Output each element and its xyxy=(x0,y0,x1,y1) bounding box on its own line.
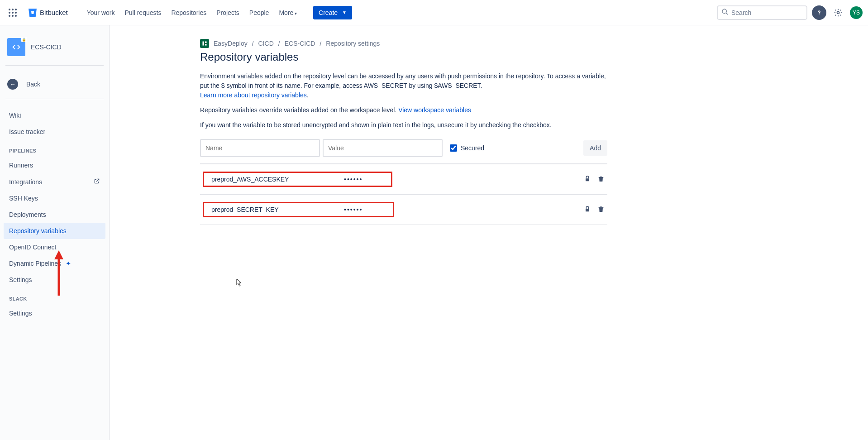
lock-icon[interactable] xyxy=(584,206,591,214)
variable-value: •••••• xyxy=(344,176,389,183)
app-switcher-icon[interactable] xyxy=(5,5,20,20)
repo-icon: 🔒 xyxy=(7,38,25,56)
sidebar-item-dynamic-pipelines[interactable]: Dynamic Pipelines ✦ xyxy=(4,255,105,272)
sidebar-item-integrations[interactable]: Integrations xyxy=(4,173,105,190)
svg-point-6 xyxy=(9,15,10,17)
cursor-icon xyxy=(236,278,243,288)
svg-rect-19 xyxy=(586,209,589,211)
section-pipelines: PIPELINES xyxy=(4,140,105,157)
search-icon xyxy=(721,8,729,17)
brand-name: Bitbucket xyxy=(40,9,68,16)
learn-more-link[interactable]: Learn more about repository variables xyxy=(200,91,307,99)
nav-pull-requests[interactable]: Pull requests xyxy=(120,6,166,19)
search-input[interactable] xyxy=(731,9,803,16)
breadcrumb-project[interactable]: CICD xyxy=(258,40,274,47)
variable-name-input[interactable] xyxy=(200,139,320,157)
variable-row: preprod_SECRET_KEY •••••• xyxy=(200,195,607,225)
settings-icon[interactable] xyxy=(831,5,845,20)
back-arrow-icon: ← xyxy=(7,79,18,90)
main-content: EasyDeploy / CICD / ECS-CICD / Repositor… xyxy=(110,25,868,440)
secured-label: Secured xyxy=(461,144,484,152)
secured-checkbox[interactable] xyxy=(450,144,457,152)
nav-projects[interactable]: Projects xyxy=(212,6,244,19)
page-title: Repository variables xyxy=(200,51,607,63)
svg-point-0 xyxy=(9,9,10,10)
sidebar: 🔒 ECS-CICD ← Back Wiki Issue tracker PIP… xyxy=(0,25,110,440)
svg-point-9 xyxy=(722,9,726,13)
svg-point-12 xyxy=(837,11,839,14)
variable-row: preprod_AWS_ACCESKEY •••••• xyxy=(200,164,607,195)
back-label: Back xyxy=(26,81,40,88)
nav-more[interactable]: More xyxy=(274,6,301,19)
svg-point-7 xyxy=(12,15,14,17)
create-label: Create xyxy=(319,9,338,16)
external-link-icon xyxy=(94,178,100,186)
svg-rect-15 xyxy=(203,42,205,46)
sidebar-item-runners[interactable]: Runners xyxy=(4,157,105,173)
delete-icon[interactable] xyxy=(597,175,605,184)
nav-your-work[interactable]: Your work xyxy=(82,6,119,19)
svg-rect-18 xyxy=(586,178,589,181)
add-variable-form: Secured Add xyxy=(200,139,607,164)
sidebar-item-openid-connect[interactable]: OpenID Connect xyxy=(4,239,105,255)
bitbucket-icon xyxy=(27,7,38,18)
svg-point-4 xyxy=(12,12,14,14)
repo-header[interactable]: 🔒 ECS-CICD xyxy=(4,36,105,65)
repo-name: ECS-CICD xyxy=(31,43,62,51)
workspace-icon xyxy=(200,39,209,48)
svg-line-10 xyxy=(726,13,728,14)
chevron-down-icon: ▼ xyxy=(342,10,347,15)
svg-point-1 xyxy=(12,9,14,10)
sidebar-item-repository-variables[interactable]: Repository variables xyxy=(4,223,105,239)
svg-point-3 xyxy=(9,12,10,14)
bitbucket-logo[interactable]: Bitbucket xyxy=(24,7,72,18)
breadcrumb-page[interactable]: Repository settings xyxy=(326,40,380,47)
breadcrumb-repo[interactable]: ECS-CICD xyxy=(285,40,315,47)
description-2: Repository variables override variables … xyxy=(200,105,607,115)
svg-rect-17 xyxy=(205,44,207,46)
lock-icon[interactable] xyxy=(584,175,591,184)
description-1: Environment variables added on the repos… xyxy=(200,72,607,100)
add-button[interactable]: Add xyxy=(583,140,607,156)
variable-value-input[interactable] xyxy=(323,139,443,157)
svg-point-5 xyxy=(15,12,17,14)
svg-point-11 xyxy=(819,14,819,15)
sparkle-icon: ✦ xyxy=(66,260,71,267)
nav-people[interactable]: People xyxy=(245,6,274,19)
annotation-highlight: preprod_AWS_ACCESKEY •••••• xyxy=(203,172,392,187)
breadcrumb: EasyDeploy / CICD / ECS-CICD / Repositor… xyxy=(200,39,607,48)
sidebar-item-settings[interactable]: Settings xyxy=(4,272,105,288)
lock-badge-icon: 🔒 xyxy=(21,37,27,42)
search-box[interactable] xyxy=(717,5,807,20)
variable-value: •••••• xyxy=(344,206,389,213)
create-button[interactable]: Create ▼ xyxy=(313,6,352,19)
view-workspace-link[interactable]: View workspace variables xyxy=(398,106,471,114)
delete-icon[interactable] xyxy=(597,206,605,214)
user-avatar[interactable]: YS xyxy=(850,6,863,19)
svg-point-2 xyxy=(15,9,17,10)
nav-repositories[interactable]: Repositories xyxy=(167,6,211,19)
svg-rect-16 xyxy=(205,42,207,43)
secured-checkbox-label[interactable]: Secured xyxy=(450,144,484,152)
section-slack: SLACK xyxy=(4,288,105,305)
breadcrumb-workspace[interactable]: EasyDeploy xyxy=(214,40,248,47)
help-icon[interactable] xyxy=(812,5,826,20)
variable-name: preprod_AWS_ACCESKEY xyxy=(206,176,344,183)
sidebar-item-wiki[interactable]: Wiki xyxy=(4,107,105,124)
sidebar-item-deployments[interactable]: Deployments xyxy=(4,206,105,223)
sidebar-item-ssh-keys[interactable]: SSH Keys xyxy=(4,190,105,206)
back-button[interactable]: ← Back xyxy=(4,74,105,94)
svg-point-8 xyxy=(15,15,17,17)
description-3: If you want the variable to be stored un… xyxy=(200,120,607,130)
top-navbar: Bitbucket Your work Pull requests Reposi… xyxy=(0,0,868,25)
sidebar-item-issue-tracker[interactable]: Issue tracker xyxy=(4,124,105,140)
variable-name: preprod_SECRET_KEY xyxy=(206,206,344,213)
annotation-highlight: preprod_SECRET_KEY •••••• xyxy=(203,202,394,217)
sidebar-item-slack-settings[interactable]: Settings xyxy=(4,305,105,321)
